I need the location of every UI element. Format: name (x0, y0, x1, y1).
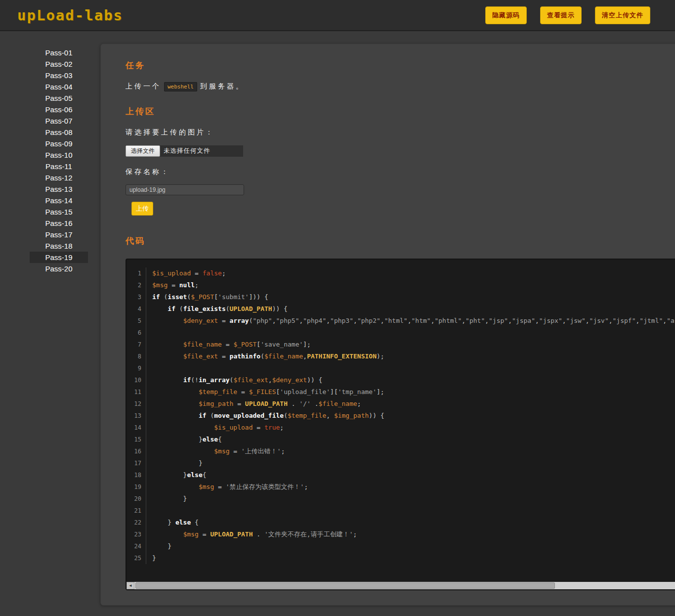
code-line: 4 if (file_exists(UPLOAD_PATH)) { (129, 303, 675, 315)
code-line-text: $file_name = $_POST['save_name']; (146, 339, 311, 351)
code-line-text: $msg = UPLOAD_PATH . '文件夹不存在,请手工创建！'; (146, 528, 357, 540)
sidebar-item-pass-01[interactable]: Pass-01 (30, 47, 88, 58)
sidebar-item-pass-09[interactable]: Pass-09 (30, 138, 88, 149)
sidebar-item-pass-10[interactable]: Pass-10 (30, 149, 88, 161)
code-line: 5 $deny_ext = array("php","php5","php4",… (129, 315, 675, 327)
code-line-text: if (move_uploaded_file($temp_file, $img_… (146, 410, 384, 422)
sidebar-item-pass-17[interactable]: Pass-17 (30, 229, 88, 240)
line-number: 11 (129, 386, 146, 398)
sidebar-item-pass-19[interactable]: Pass-19 (30, 252, 88, 263)
select-file-label: 请选择要上传的图片： (126, 128, 675, 137)
sidebar-item-pass-04[interactable]: Pass-04 (30, 81, 88, 92)
line-number: 12 (129, 398, 146, 410)
save-name-input[interactable] (126, 184, 244, 195)
code-line: 11 $temp_file = $_FILES['upload_file']['… (129, 386, 675, 398)
code-line-text (146, 327, 152, 339)
code-line-text: }else{ (146, 469, 207, 481)
save-name-label: 保存名称： (126, 168, 675, 176)
code-line: 10 if(!in_array($file_ext,$deny_ext)) { (129, 374, 675, 386)
sidebar-item-pass-16[interactable]: Pass-16 (30, 218, 88, 229)
code-line-text: $img_path = UPLOAD_PATH . '/' .$file_nam… (146, 398, 361, 410)
code-line-text: }else{ (146, 434, 222, 445)
view-hint-button[interactable]: 查看提示 (540, 6, 582, 24)
code-line-text: $is_upload = true; (146, 422, 284, 434)
code-line-text: if (file_exists(UPLOAD_PATH)) { (146, 303, 288, 315)
code-line-text: } (146, 457, 203, 469)
code-line: 1$is_upload = false; (129, 267, 675, 279)
sidebar-item-pass-11[interactable]: Pass-11 (30, 161, 88, 172)
line-number: 7 (129, 339, 146, 351)
sidebar: Pass-01Pass-02Pass-03Pass-04Pass-05Pass-… (30, 44, 88, 274)
code-line: 21 (129, 505, 675, 517)
code-line: 16 $msg = '上传出错！'; (129, 445, 675, 457)
code-line-text: $msg = '上传出错！'; (146, 445, 285, 457)
hide-source-button[interactable]: 隐藏源码 (485, 6, 527, 24)
code-line: 9 (129, 362, 675, 374)
task-heading: 任务 (126, 60, 675, 71)
scrollbar-track[interactable] (134, 582, 675, 589)
code-line: 15 }else{ (129, 434, 675, 445)
code-heading: 代码 (126, 235, 675, 247)
sidebar-item-pass-12[interactable]: Pass-12 (30, 172, 88, 183)
sidebar-item-pass-14[interactable]: Pass-14 (30, 195, 88, 206)
clear-uploads-button[interactable]: 清空上传文件 (595, 6, 650, 24)
sidebar-item-pass-02[interactable]: Pass-02 (30, 58, 88, 70)
code-line-text: } (146, 540, 171, 552)
code-content: 1$is_upload = false;2$msg = null;3if (is… (127, 260, 675, 564)
upload-area-heading: 上传区 (126, 106, 675, 117)
upload-button[interactable]: 上传 (131, 202, 153, 216)
line-number: 10 (129, 374, 146, 386)
choose-file-button[interactable]: 选择文件 (126, 145, 160, 157)
sidebar-item-pass-06[interactable]: Pass-06 (30, 104, 88, 115)
sidebar-item-pass-03[interactable]: Pass-03 (30, 70, 88, 81)
sidebar-item-pass-07[interactable]: Pass-07 (30, 115, 88, 127)
line-number: 16 (129, 445, 146, 457)
line-number: 17 (129, 457, 146, 469)
file-status-text: 未选择任何文件 (160, 145, 243, 157)
horizontal-scrollbar[interactable]: ◄ ► (127, 582, 675, 589)
code-line-text: $msg = '禁止保存为该类型文件！'; (146, 481, 308, 493)
sidebar-item-pass-05[interactable]: Pass-05 (30, 92, 88, 104)
code-line: 12 $img_path = UPLOAD_PATH . '/' .$file_… (129, 398, 675, 410)
line-number: 15 (129, 434, 146, 445)
code-line: 19 $msg = '禁止保存为该类型文件！'; (129, 481, 675, 493)
code-line-text (146, 505, 152, 517)
code-line: 22 } else { (129, 517, 675, 528)
line-number: 24 (129, 540, 146, 552)
line-number: 22 (129, 517, 146, 528)
code-line: 24 } (129, 540, 675, 552)
code-line-text: $deny_ext = array("php","php5","php4","p… (146, 315, 675, 327)
code-line-text: $is_upload = false; (146, 267, 226, 279)
code-panel: 1$is_upload = false;2$msg = null;3if (is… (126, 259, 675, 590)
code-line: 3if (isset($_POST['submit'])) { (129, 291, 675, 303)
code-line: 17 } (129, 457, 675, 469)
code-line-text: $file_ext = pathinfo($file_name,PATHINFO… (146, 351, 384, 362)
line-number: 5 (129, 315, 146, 327)
sidebar-item-pass-13[interactable]: Pass-13 (30, 183, 88, 195)
main-panel: 任务 上传一个webshell到服务器。 上传区 请选择要上传的图片： 选择文件… (100, 44, 675, 606)
line-number: 1 (129, 267, 146, 279)
scroll-left-icon[interactable]: ◄ (127, 582, 134, 589)
code-line-text: } (146, 493, 187, 505)
code-line-text: if(!in_array($file_ext,$deny_ext)) { (146, 374, 322, 386)
line-number: 20 (129, 493, 146, 505)
sidebar-item-pass-08[interactable]: Pass-08 (30, 127, 88, 138)
task-description: 上传一个webshell到服务器。 (126, 82, 675, 91)
line-number: 21 (129, 505, 146, 517)
line-number: 19 (129, 481, 146, 493)
code-line: 18 }else{ (129, 469, 675, 481)
file-input[interactable]: 选择文件 未选择任何文件 (126, 145, 243, 157)
code-line: 25} (129, 552, 675, 564)
code-line: 20 } (129, 493, 675, 505)
sidebar-item-pass-15[interactable]: Pass-15 (30, 206, 88, 218)
code-line: 13 if (move_uploaded_file($temp_file, $i… (129, 410, 675, 422)
app-logo: upLoad-labs (17, 7, 123, 24)
line-number: 23 (129, 528, 146, 540)
code-line: 7 $file_name = $_POST['save_name']; (129, 339, 675, 351)
code-line: 8 $file_ext = pathinfo($file_name,PATHIN… (129, 351, 675, 362)
line-number: 14 (129, 422, 146, 434)
page-body: Pass-01Pass-02Pass-03Pass-04Pass-05Pass-… (0, 31, 675, 616)
sidebar-item-pass-20[interactable]: Pass-20 (30, 263, 88, 274)
scrollbar-thumb[interactable] (135, 582, 555, 589)
sidebar-item-pass-18[interactable]: Pass-18 (30, 240, 88, 252)
